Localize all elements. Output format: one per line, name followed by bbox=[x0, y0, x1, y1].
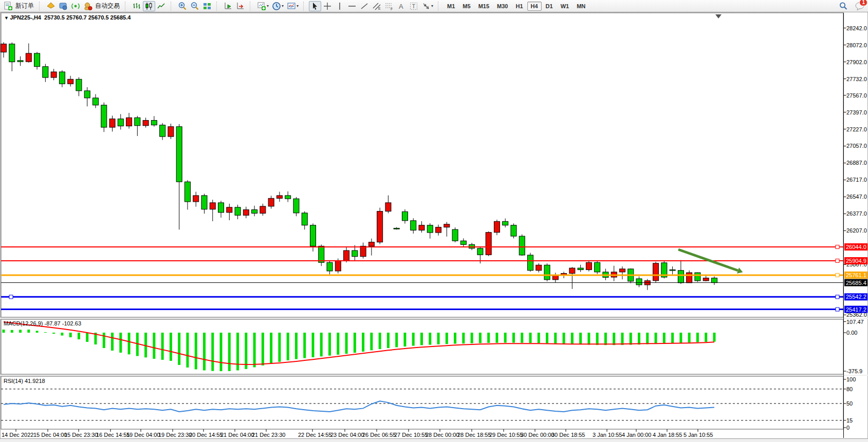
candle-body bbox=[419, 225, 424, 230]
candle-body bbox=[636, 279, 642, 285]
time-tick-label: 15 Dec 04:00 bbox=[33, 432, 67, 438]
zoom-in-button[interactable] bbox=[176, 1, 189, 11]
symbol-dropdown-arrow[interactable]: ▼ bbox=[4, 15, 10, 21]
toolbar-separator bbox=[171, 2, 175, 11]
timeframe-toolbar: M1M5M15M30H1H4D1W1MN bbox=[444, 2, 589, 11]
rsi-tick-label: 15 bbox=[846, 417, 853, 424]
panel-splitter[interactable] bbox=[0, 375, 868, 376]
line-chart-button[interactable] bbox=[155, 1, 168, 11]
candle-body bbox=[711, 278, 717, 283]
candle-body bbox=[335, 260, 341, 271]
search-icon[interactable] bbox=[837, 1, 849, 11]
macd-indicator-label: MACD(12,26,9) -87.87 -102.63 bbox=[4, 320, 81, 326]
macd-tick-label: -375.9 bbox=[846, 368, 862, 374]
candle-body bbox=[235, 207, 241, 216]
candle-body bbox=[151, 120, 157, 125]
tile-windows-button[interactable] bbox=[201, 1, 213, 11]
toolbar-separator bbox=[303, 2, 307, 11]
arrows-tool-button[interactable]: ▾ bbox=[420, 1, 435, 11]
price-tick-label: 26547.0 bbox=[846, 194, 867, 200]
text-tool-button[interactable]: A bbox=[395, 1, 408, 11]
candle-body bbox=[460, 241, 466, 244]
horizontal-line-tool-button[interactable] bbox=[346, 1, 358, 11]
notifications-button[interactable]: 1 bbox=[855, 2, 865, 11]
candle-body bbox=[118, 119, 123, 126]
price-tick-label: 26887.0 bbox=[846, 160, 867, 166]
auto-scroll-button[interactable] bbox=[222, 1, 234, 11]
candle-body bbox=[670, 270, 675, 271]
market-watch-icon[interactable] bbox=[45, 1, 57, 11]
candle-body bbox=[84, 91, 90, 98]
new-chart-button[interactable]: ▾ bbox=[255, 1, 270, 11]
candle-body bbox=[695, 273, 700, 281]
timeframe-button-h1[interactable]: H1 bbox=[512, 2, 526, 11]
chevron-down-icon: ▾ bbox=[282, 4, 284, 8]
timeframe-button-m5[interactable]: M5 bbox=[459, 2, 474, 11]
line-handle bbox=[9, 295, 13, 299]
timeframe-button-h4[interactable]: H4 bbox=[527, 2, 542, 11]
price-level-label: 25761.1 bbox=[846, 272, 866, 278]
timeframe-button-d1[interactable]: D1 bbox=[542, 2, 557, 11]
timeframe-button-w1[interactable]: W1 bbox=[557, 2, 573, 11]
candle-body bbox=[402, 212, 408, 220]
chevron-down-icon: ▾ bbox=[267, 4, 269, 8]
candle-body bbox=[93, 98, 98, 105]
chart-shift-button[interactable] bbox=[234, 1, 247, 11]
new-order-label[interactable]: 新订单 bbox=[15, 2, 34, 10]
rsi-tick-label: 0 bbox=[846, 425, 849, 431]
auto-trading-label[interactable]: 自动交易 bbox=[95, 2, 120, 10]
periods-button[interactable]: ▾ bbox=[270, 1, 285, 11]
vertical-line-tool-button[interactable] bbox=[334, 1, 346, 11]
timeframe-button-mn[interactable]: MN bbox=[573, 2, 589, 11]
time-tick-label: 3 Jan 10:55 bbox=[593, 432, 622, 438]
time-tick-label: 4 Jan 00:00 bbox=[622, 432, 652, 438]
chevron-down-icon: ▾ bbox=[297, 4, 299, 8]
auto-trading-button[interactable] bbox=[82, 1, 94, 11]
strategy-tester-icon[interactable] bbox=[57, 1, 69, 11]
candle-body bbox=[59, 72, 65, 84]
status-strip bbox=[0, 438, 868, 442]
trendline-tool-button[interactable] bbox=[358, 1, 371, 11]
candle-body bbox=[319, 246, 324, 262]
toolbar-separator bbox=[438, 2, 442, 11]
time-tick-label: 14 Dec 2022 bbox=[2, 432, 33, 438]
candlestick-chart-button[interactable] bbox=[143, 1, 155, 11]
candle-body bbox=[34, 53, 40, 67]
fibonacci-tool-button[interactable]: F bbox=[383, 1, 395, 11]
svg-text:T: T bbox=[412, 3, 416, 9]
price-tick-label: 27397.0 bbox=[846, 109, 867, 116]
price-tick-label: 27057.0 bbox=[846, 143, 867, 149]
candle-body bbox=[427, 225, 433, 233]
time-tick-label: 19 Dec 23:30 bbox=[158, 432, 192, 438]
time-tick-label: 29 Dec 10:55 bbox=[489, 432, 523, 438]
candle-body bbox=[168, 127, 174, 137]
crosshair-tool-button[interactable] bbox=[321, 1, 334, 11]
cursor-tool-button[interactable] bbox=[309, 1, 321, 11]
price-level-label: 26044.0 bbox=[846, 244, 866, 250]
zoom-out-button[interactable] bbox=[189, 1, 201, 11]
chevron-down-icon: ▾ bbox=[431, 4, 433, 8]
timeframe-button-m15[interactable]: M15 bbox=[475, 2, 493, 11]
timeframe-button-m1[interactable]: M1 bbox=[444, 2, 458, 11]
timeframe-button-m30[interactable]: M30 bbox=[493, 2, 511, 11]
equidistant-channel-tool-button[interactable]: E bbox=[371, 1, 383, 11]
bar-chart-button[interactable] bbox=[131, 1, 143, 11]
candle-body bbox=[360, 246, 366, 256]
price-tick-label: 27732.0 bbox=[846, 76, 867, 82]
candle-body bbox=[703, 278, 709, 281]
price-tick-label: 27227.0 bbox=[846, 126, 867, 132]
panel-splitter[interactable] bbox=[0, 318, 868, 319]
text-label-tool-button[interactable]: T bbox=[408, 1, 420, 11]
candle-body bbox=[619, 269, 625, 272]
signals-icon[interactable] bbox=[69, 1, 82, 11]
candle-body bbox=[486, 233, 491, 255]
candle-body bbox=[9, 44, 15, 62]
new-order-button[interactable] bbox=[2, 1, 14, 11]
candle-body bbox=[503, 221, 508, 225]
candle-body bbox=[352, 251, 358, 257]
price-level-label: 25685.4 bbox=[846, 280, 866, 286]
macd-tick-label: 107.47 bbox=[846, 319, 864, 325]
candle-body bbox=[511, 225, 516, 236]
templates-button[interactable]: ▾ bbox=[285, 1, 300, 11]
time-tick-label: 21 Dec 04:00 bbox=[220, 432, 254, 438]
